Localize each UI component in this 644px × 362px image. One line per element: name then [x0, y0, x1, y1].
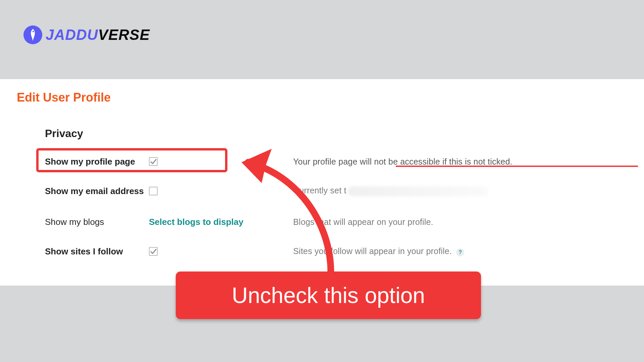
desc-show-blogs: Blogs that will appear on your profile.	[293, 217, 631, 227]
desc-show-follow: Sites you follow will appear in your pro…	[293, 246, 631, 256]
control-show-email	[149, 187, 293, 195]
label-show-follow: Show sites I follow	[45, 246, 149, 257]
brand-word-part2: VERSE	[98, 26, 150, 43]
label-show-blogs: Show my blogs	[45, 217, 149, 227]
desc-show-profile: Your profile page will not be accessible…	[293, 157, 631, 167]
annotation-callout: Uncheck this option	[176, 272, 481, 319]
label-show-profile: Show my profile page	[45, 157, 149, 167]
svg-point-0	[33, 31, 34, 32]
row-show-follow: Show sites I follow Sites you follow wil…	[45, 242, 631, 261]
control-show-blogs: Select blogs to display	[149, 217, 293, 227]
brand-logo: JADDUVERSE	[23, 25, 150, 44]
row-show-blogs: Show my blogs Select blogs to display Bl…	[45, 213, 631, 231]
link-select-blogs[interactable]: Select blogs to display	[149, 217, 244, 227]
page-title: Edit User Profile	[17, 90, 111, 105]
desc-show-follow-text: Sites you follow will appear in your pro…	[293, 246, 452, 256]
desc-show-email: Currently set t	[293, 186, 631, 196]
checkbox-show-email[interactable]	[149, 187, 158, 195]
checkbox-show-profile[interactable]	[149, 157, 158, 166]
redacted-email-blur	[348, 186, 489, 196]
desc-show-email-prefix: Currently set t	[293, 186, 346, 195]
row-show-profile: Show my profile page Your profile page w…	[45, 152, 631, 171]
annotation-underline	[396, 166, 638, 167]
stage: JADDUVERSE Edit User Profile Privacy Sho…	[0, 0, 644, 362]
checkbox-show-follow[interactable]	[149, 247, 158, 256]
settings-panel: Edit User Profile Privacy Show my profil…	[0, 79, 644, 286]
control-show-follow	[149, 247, 293, 256]
control-show-profile	[149, 157, 293, 166]
help-icon[interactable]: ?	[456, 248, 464, 256]
label-show-email: Show my email address	[45, 186, 149, 196]
brand-badge-icon	[23, 25, 42, 44]
row-show-email: Show my email address Currently set t	[45, 182, 631, 200]
brand-word-part1: JADDU	[46, 26, 98, 43]
annotation-callout-text: Uncheck this option	[232, 283, 425, 308]
section-title-privacy: Privacy	[45, 127, 83, 140]
brand-wordmark: JADDUVERSE	[46, 26, 150, 43]
